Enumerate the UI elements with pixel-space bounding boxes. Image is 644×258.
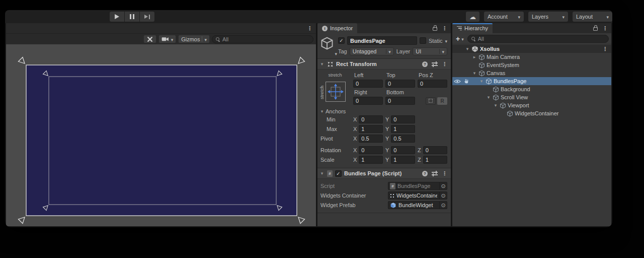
object-picker-icon[interactable] (439, 202, 447, 209)
widget-prefab-object-field[interactable]: BundleWidget (388, 201, 447, 209)
hierarchy-item-viewport[interactable]: Viewport (452, 101, 611, 109)
left-field[interactable]: 0 (353, 80, 383, 88)
add-gameobject-button[interactable] (455, 35, 465, 42)
gameobject-cube-icon (493, 86, 499, 93)
pause-icon (130, 14, 134, 19)
hierarchy-panel-menu-icon[interactable] (602, 26, 608, 31)
component-enabled-checkbox[interactable] (335, 170, 342, 177)
foldout-icon[interactable] (493, 103, 498, 108)
scene-menu-icon[interactable] (602, 46, 608, 52)
hierarchy-item-bundlespage-selected[interactable]: BundlesPage (452, 77, 611, 85)
scale-x-field[interactable]: 1 (359, 156, 383, 164)
anchor-handle-top-left[interactable] (19, 57, 25, 64)
step-button[interactable] (140, 12, 154, 22)
y-axis-label: Y (385, 157, 389, 163)
gameobject-icon[interactable] (320, 36, 338, 55)
hierarchy-item-background[interactable]: Background (452, 85, 611, 93)
component-menu-icon[interactable] (442, 61, 447, 67)
scene-viewport[interactable] (6, 44, 316, 226)
play-button[interactable] (110, 12, 124, 22)
posz-field[interactable]: 0 (418, 80, 447, 88)
foldout-icon[interactable] (486, 95, 491, 100)
anchors-foldout[interactable]: Anchors (317, 107, 451, 115)
scale-z-field[interactable]: 1 (423, 156, 447, 164)
scale-y-field[interactable]: 1 (391, 156, 415, 164)
hierarchy-item-scroll-view[interactable]: Scroll View (452, 93, 611, 101)
ui-canvas-rect[interactable] (26, 65, 297, 216)
right-field[interactable]: 0 (353, 97, 383, 105)
rotation-z-field[interactable]: 0 (423, 146, 447, 154)
layer-dropdown[interactable]: UI (413, 47, 447, 55)
inspector-tab-label: Inspector (330, 25, 353, 31)
anchor-handle-top-right[interactable] (298, 57, 305, 64)
static-dropdown-icon[interactable] (445, 38, 447, 44)
anchor-max-y-field[interactable]: 1 (391, 125, 415, 133)
gameobject-name-field[interactable]: BundlesPage (347, 36, 417, 45)
foldout-icon[interactable] (465, 46, 470, 51)
scene-camera-settings-button[interactable] (158, 35, 177, 43)
help-icon[interactable] (422, 61, 428, 67)
anchor-min-y-field[interactable]: 0 (391, 115, 415, 123)
raw-edit-mode-button[interactable]: R (437, 97, 447, 105)
anchor-handle-bottom-right[interactable] (298, 217, 305, 224)
widgets-container-object-field[interactable]: WidgetsContainer (388, 191, 447, 200)
foldout-icon[interactable] (472, 71, 477, 76)
object-picker-icon[interactable] (439, 182, 447, 189)
tab-hierarchy[interactable]: Hierarchy (452, 23, 493, 33)
tab-inspector[interactable]: i Inspector (317, 23, 357, 33)
blueprint-mode-button[interactable] (426, 97, 436, 105)
foldout-icon[interactable] (479, 79, 484, 84)
pivot-y-field[interactable]: 0.5 (391, 135, 415, 143)
play-icon (115, 14, 119, 19)
bottom-field[interactable]: 0 (385, 97, 415, 105)
scene-search-input[interactable]: All (212, 35, 313, 43)
foldout-icon[interactable] (319, 61, 325, 67)
help-icon[interactable] (422, 171, 428, 176)
hierarchy-item-widgetscontainer[interactable]: WidgetsContainer (452, 109, 611, 117)
hierarchy-search-input[interactable]: All (467, 35, 609, 43)
anchor-min-x-field[interactable]: 0 (359, 115, 383, 123)
gizmos-dropdown[interactable]: Gizmos (178, 35, 210, 43)
anchors-label: Anchors (326, 108, 346, 114)
account-dropdown[interactable]: Account (484, 12, 524, 22)
rotation-x-field[interactable]: 0 (359, 146, 383, 154)
hierarchy-item-main-camera[interactable]: Main Camera (452, 53, 611, 61)
static-checkbox[interactable] (420, 37, 426, 44)
rect-transform-title: Rect Transform (336, 61, 377, 67)
component-menu-icon[interactable] (442, 171, 447, 176)
scale-y-value: 1 (393, 157, 396, 163)
visibility-eye-icon[interactable] (454, 79, 461, 84)
top-field[interactable]: 0 (385, 80, 415, 88)
hierarchy-item-eventsystem[interactable]: EventSystem (452, 61, 611, 69)
anchor-max-x-field[interactable]: 1 (359, 125, 383, 133)
layout-dropdown[interactable]: Layout (573, 12, 612, 22)
hierarchy-item-canvas[interactable]: Canvas (452, 69, 611, 77)
presets-icon[interactable] (432, 61, 438, 67)
anchor-preset-widget[interactable]: stretch (319, 81, 351, 103)
layers-dropdown[interactable]: Layers (528, 12, 568, 22)
pause-button[interactable] (125, 12, 139, 22)
active-checkbox[interactable] (338, 37, 345, 44)
gameobject-cube-icon (478, 62, 485, 69)
scene-panel-menu-icon[interactable] (307, 26, 312, 31)
lock-icon[interactable] (433, 27, 437, 31)
object-picker-icon[interactable] (439, 192, 447, 199)
scene-tool-settings-button[interactable] (143, 35, 156, 43)
foldout-icon[interactable] (472, 54, 477, 59)
lock-icon[interactable] (593, 27, 598, 31)
cloud-services-button[interactable]: ☁ (466, 12, 479, 22)
gameobject-cube-icon (478, 54, 485, 60)
script-icon (327, 170, 333, 177)
bundles-page-script-header[interactable]: Bundles Page (Script) (317, 168, 451, 179)
foldout-icon[interactable] (319, 171, 325, 176)
rotation-y-field[interactable]: 0 (391, 146, 415, 154)
script-object-field[interactable]: BundlesPage (388, 182, 447, 190)
pickability-hand-icon[interactable] (463, 78, 469, 84)
rect-transform-header[interactable]: Rect Transform (317, 58, 451, 70)
tag-dropdown[interactable]: Untagged (350, 47, 394, 55)
anchor-handle-bottom-left[interactable] (19, 217, 25, 224)
inspector-panel-menu-icon[interactable] (442, 26, 447, 31)
scene-header-row[interactable]: Xsollus (452, 45, 611, 53)
presets-icon[interactable] (432, 171, 438, 176)
pivot-x-field[interactable]: 0.5 (359, 135, 383, 143)
